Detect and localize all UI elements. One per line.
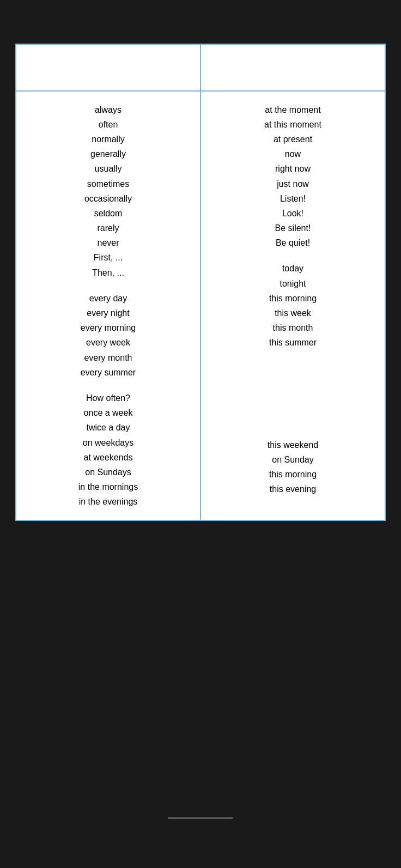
list-item: often — [22, 117, 195, 132]
col-present-continuous: at the momentat this momentat presentnow… — [201, 92, 385, 520]
list-item: rarely — [22, 221, 195, 235]
header-present-simple — [16, 45, 201, 90]
list-item: Be silent! — [206, 221, 379, 235]
list-item: today — [206, 261, 379, 276]
list-item: normally — [22, 132, 195, 147]
list-item: at the moment — [206, 102, 379, 117]
list-item: on Sunday — [206, 452, 379, 467]
list-item: this summer — [206, 335, 379, 350]
list-item: never — [22, 235, 195, 250]
list-item: once a week — [22, 405, 195, 420]
list-item: on Sundays — [22, 465, 195, 479]
list-item: right now — [206, 161, 379, 176]
table-body: alwaysoftennormallygenerallyusuallysomet… — [16, 92, 385, 520]
list-item: on weekdays — [22, 435, 195, 450]
col-present-simple: alwaysoftennormallygenerallyusuallysomet… — [16, 92, 201, 520]
list-item: always — [22, 102, 195, 117]
list-item: at present — [206, 132, 379, 147]
list-item: every week — [22, 335, 195, 350]
list-item: generally — [22, 147, 195, 161]
header-present-continuous — [201, 45, 385, 90]
list-item: now — [206, 147, 379, 161]
list-item: sometimes — [22, 177, 195, 191]
list-item: in the mornings — [22, 479, 195, 494]
list-item: Be quiet! — [206, 235, 379, 250]
list-item: Look! — [206, 206, 379, 221]
list-item: just now — [206, 177, 379, 191]
list-item: this weekend — [206, 438, 379, 452]
list-item: How often? — [22, 391, 195, 405]
list-item: Listen! — [206, 191, 379, 206]
list-item: occasionally — [22, 191, 195, 206]
list-item: this morning — [206, 291, 379, 306]
table-header — [16, 45, 385, 92]
list-item: every month — [22, 350, 195, 365]
list-item: at weekends — [22, 450, 195, 465]
list-item: usually — [22, 161, 195, 176]
list-item: every night — [22, 306, 195, 320]
list-item: tonight — [206, 276, 379, 291]
list-item: seldom — [22, 206, 195, 221]
list-item: this week — [206, 306, 379, 320]
list-item: every day — [22, 291, 195, 306]
comparison-table: alwaysoftennormallygenerallyusuallysomet… — [15, 44, 386, 521]
list-item: this evening — [206, 482, 379, 496]
list-item: every summer — [22, 365, 195, 380]
list-item: this month — [206, 320, 379, 335]
list-item: every morning — [22, 320, 195, 335]
list-item: First, ... — [22, 250, 195, 265]
list-item: this morning — [206, 467, 379, 482]
list-item: in the evenings — [22, 494, 195, 509]
list-item: Then, ... — [22, 265, 195, 280]
bottom-bar — [168, 817, 233, 819]
list-item: at this moment — [206, 117, 379, 132]
page-wrapper: alwaysoftennormallygenerallyusuallysomet… — [0, 0, 401, 868]
list-item: twice a day — [22, 420, 195, 435]
